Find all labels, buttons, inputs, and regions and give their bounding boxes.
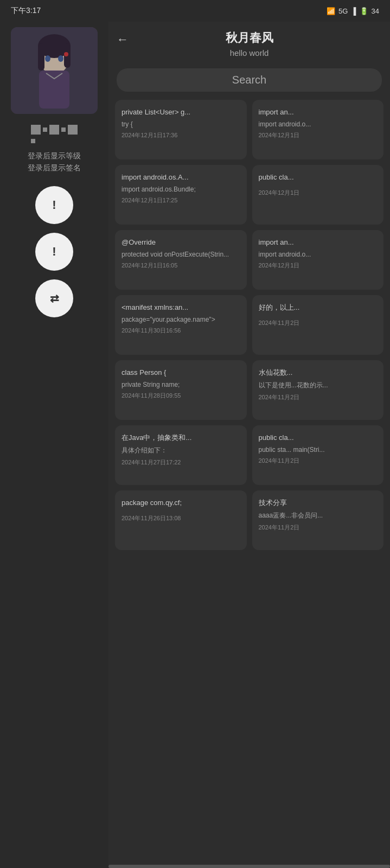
card-date: 2024年12月1日: [259, 261, 378, 270]
card-title: package com.qy.cf;: [122, 498, 240, 508]
svg-point-7: [58, 55, 63, 62]
card-title: 好的，以上...: [259, 303, 378, 312]
card-date: 2024年12月1日: [259, 131, 378, 139]
avatar: [11, 27, 98, 114]
list-item[interactable]: import android.os.A... import android.os…: [115, 165, 247, 225]
card-date: 2024年11月2日: [259, 457, 378, 465]
card-title: import an...: [259, 107, 378, 117]
list-item[interactable]: 水仙花数... 以下是使用...花数的示... 2024年11月2日: [252, 360, 384, 420]
search-input[interactable]: Search: [117, 68, 382, 92]
page-subtitle: hello world: [230, 48, 269, 58]
alert-button-2[interactable]: !: [35, 233, 73, 271]
exclamation-icon-1: !: [52, 198, 56, 212]
card-date: 2024年11月27日17:22: [122, 458, 240, 467]
card-title: import android.os.A...: [122, 173, 240, 182]
network-label: 5G: [338, 7, 348, 15]
card-sub: try {: [122, 120, 240, 128]
svg-rect-4: [38, 43, 44, 71]
card-sub: protected void onPostExecute(Strin...: [122, 251, 240, 258]
user-level-label: 登录后显示等级: [28, 151, 81, 161]
card-date: 2024年11月2日: [259, 319, 378, 327]
card-date: 2024年12月1日: [259, 189, 378, 197]
card-sub: 以下是使用...花数的示...: [259, 381, 378, 390]
card-title: <manifest xmlns:an...: [122, 303, 240, 312]
list-item[interactable]: import an... import android.o... 2024年12…: [252, 230, 384, 290]
battery-icon: 🔋: [360, 7, 368, 15]
avatar-image: [11, 27, 98, 114]
list-item[interactable]: 技术分享 aaaa蓝奏...非会员问... 2024年11月2日: [252, 490, 384, 550]
card-title: 水仙花数...: [259, 368, 378, 378]
list-item[interactable]: package com.qy.cf; 2024年11月26日13:08: [115, 490, 247, 550]
card-title: 在Java中，抽象类和...: [122, 433, 240, 443]
list-item[interactable]: public cla... 2024年12月1日: [252, 165, 384, 225]
header: ← 秋月春风 hello world: [108, 22, 390, 63]
back-button[interactable]: ←: [117, 33, 129, 47]
card-sub: import android.o...: [259, 120, 378, 128]
cards-grid: private List<User> g... try { 2024年12月1日…: [108, 100, 390, 561]
signal-icon: ▐: [351, 7, 356, 15]
card-date: 2024年12月1日17:25: [122, 196, 240, 205]
card-sub: aaaa蓝奏...非会员问...: [259, 511, 378, 520]
main-content: ← 秋月春风 hello world Search private List<U…: [108, 22, 390, 868]
card-title: public cla...: [259, 173, 378, 182]
list-item[interactable]: @Override protected void onPostExecute(S…: [115, 230, 247, 290]
card-sub: 具体介绍如下：: [122, 446, 240, 455]
list-item[interactable]: <manifest xmlns:an... package="your.pack…: [115, 295, 247, 355]
user-info: 登录后显示等级 登录后显示签名: [28, 151, 81, 175]
card-sub: import android.os.Bundle;: [122, 186, 240, 193]
arrows-icon: ⇄: [50, 292, 59, 305]
card-sub: public sta... main(Stri...: [259, 446, 378, 454]
card-date: 2024年12月1日17:36: [122, 131, 240, 139]
card-title: @Override: [122, 238, 240, 247]
svg-rect-2: [39, 71, 69, 108]
list-item[interactable]: private List<User> g... try { 2024年12月1日…: [115, 100, 247, 159]
card-title: public cla...: [259, 433, 378, 443]
card-date: 2024年11月28日09:55: [122, 392, 240, 400]
list-item[interactable]: 在Java中，抽象类和... 具体介绍如下： 2024年11月27日17:22: [115, 425, 247, 485]
card-title: private List<User> g...: [122, 107, 240, 117]
alert-button-1[interactable]: !: [35, 186, 73, 224]
network-icon: 📶: [327, 7, 335, 15]
card-sub: import android.o...: [259, 251, 378, 258]
card-title: class Person {: [122, 368, 240, 378]
transfer-button[interactable]: ⇄: [35, 279, 73, 317]
status-bar: 下午3:17 📶 5G ▐ 🔋 34: [0, 0, 390, 22]
qr-pattern: [31, 125, 78, 143]
svg-point-8: [64, 52, 68, 56]
card-title: 技术分享: [259, 498, 378, 508]
card-date: 2024年11月2日: [259, 524, 378, 532]
svg-point-6: [45, 55, 50, 62]
list-item[interactable]: class Person { private String name; 2024…: [115, 360, 247, 420]
card-sub: private String name;: [122, 381, 240, 388]
card-date: 2024年11月26日13:08: [122, 514, 240, 522]
battery-level: 34: [372, 7, 379, 15]
card-title: import an...: [259, 238, 378, 247]
exclamation-icon-2: !: [52, 245, 56, 259]
card-date: 2024年11月30日16:56: [122, 327, 240, 335]
list-item[interactable]: public cla... public sta... main(Stri...…: [252, 425, 384, 485]
status-time: 下午3:17: [11, 6, 41, 16]
card-sub: package="your.package.name">: [122, 316, 240, 323]
status-right: 📶 5G ▐ 🔋 34: [327, 7, 379, 15]
card-date: 2024年12月1日16:05: [122, 261, 240, 270]
list-item[interactable]: 好的，以上... 2024年11月2日: [252, 295, 384, 355]
card-date: 2024年11月2日: [259, 393, 378, 401]
page-title: 秋月春风: [226, 30, 273, 46]
user-signature-label: 登录后显示签名: [28, 163, 81, 173]
list-item[interactable]: import an... import android.o... 2024年12…: [252, 100, 384, 159]
sidebar: 登录后显示等级 登录后显示签名 ! ! ⇄: [0, 22, 108, 868]
scroll-indicator: [108, 865, 390, 868]
